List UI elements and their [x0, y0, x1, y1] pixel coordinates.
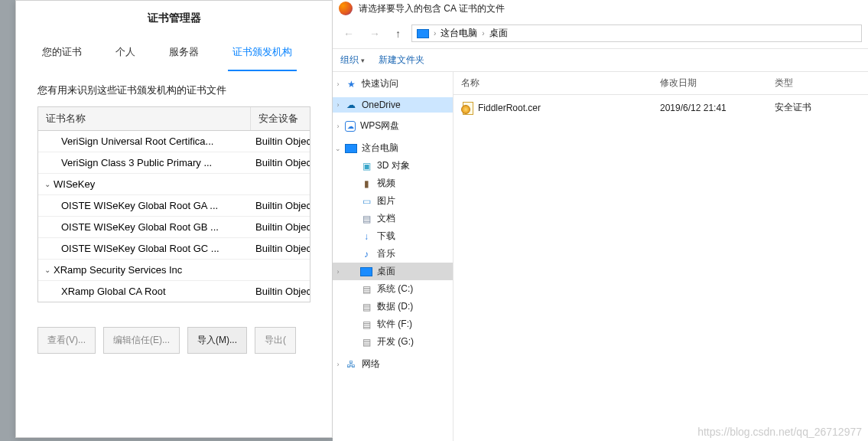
tree-downloads[interactable]: ↓ 下载: [333, 227, 453, 245]
download-icon: ↓: [360, 231, 372, 242]
new-folder-button[interactable]: 新建文件夹: [379, 54, 424, 67]
document-icon: ▤: [360, 214, 372, 224]
edit-trust-button[interactable]: 编辑信任(E)...: [103, 327, 180, 354]
tree-drive-c[interactable]: ▤ 系统 (C:): [333, 280, 453, 298]
col-cert-name[interactable]: 证书名称: [38, 107, 251, 130]
file-type: 安全证书: [767, 95, 868, 120]
cert-description: 您有用来识别这些证书颁发机构的证书文件: [37, 83, 310, 97]
up-button[interactable]: ↑: [391, 26, 405, 41]
file-open-dialog: 请选择要导入的包含 CA 证书的文件 ← → ↑ › 这台电脑 › 桌面 组织 …: [333, 0, 868, 441]
cloud-icon: ☁: [345, 121, 356, 132]
tree-documents[interactable]: ▤ 文档: [333, 210, 453, 227]
cert-row[interactable]: XRamp Global CA Root Builtin Object: [38, 281, 310, 302]
drive-icon: ▤: [360, 284, 372, 295]
film-icon: ▮: [360, 178, 372, 189]
chevron-right-icon: ›: [334, 122, 342, 130]
tree-drive-d[interactable]: ▤ 数据 (D:): [333, 298, 453, 315]
folder-tree[interactable]: › ★ 快速访问 › ☁ OneDrive › ☁ WPS网盘 ⌄ 这台电脑: [333, 72, 454, 441]
file-list[interactable]: 名称 修改日期 类型 FiddlerRoot.cer 2019/6/12 21:…: [454, 72, 868, 441]
file-list-header: 名称 修改日期 类型: [454, 72, 868, 95]
cert-manager-title: 证书管理器: [16, 1, 332, 38]
chevron-right-icon: ›: [434, 29, 436, 38]
organize-menu[interactable]: 组织: [340, 54, 365, 67]
cert-row[interactable]: VeriSign Class 3 Public Primary ... Buil…: [38, 152, 310, 174]
chevron-right-icon: ›: [334, 361, 342, 368]
chevron-right-icon: ›: [482, 29, 484, 38]
tree-videos[interactable]: ▮ 视频: [333, 175, 453, 192]
file-dialog-titlebar: 请选择要导入的包含 CA 证书的文件: [333, 0, 868, 20]
cert-table: 证书名称 安全设备 VeriSign Universal Root Certif…: [37, 106, 310, 302]
cert-button-row: 查看(V)... 编辑信任(E)... 导入(M)... 导出(: [16, 310, 332, 361]
cert-row[interactable]: OISTE WISeKey Global Root GC ... Builtin…: [38, 238, 310, 260]
chevron-right-icon: ›: [334, 268, 342, 276]
file-row[interactable]: FiddlerRoot.cer 2019/6/12 21:41 安全证书: [454, 95, 868, 120]
tree-network[interactable]: › 🖧 网络: [333, 355, 453, 373]
file-name: FiddlerRoot.cer: [478, 103, 541, 113]
cert-group-wisekey[interactable]: ⌄ WISeKey: [38, 174, 310, 195]
col-date[interactable]: 修改日期: [652, 72, 767, 94]
tab-personal[interactable]: 个人: [111, 38, 140, 71]
file-dialog-toolbar: 组织 新建文件夹: [333, 49, 868, 72]
tab-your-certs[interactable]: 您的证书: [37, 38, 86, 71]
tree-this-pc[interactable]: ⌄ 这台电脑: [333, 139, 453, 157]
tab-servers[interactable]: 服务器: [164, 38, 203, 71]
cert-row[interactable]: OISTE WISeKey Global Root GB ... Builtin…: [38, 217, 310, 238]
tree-wps[interactable]: › ☁ WPS网盘: [333, 117, 453, 135]
col-security-device[interactable]: 安全设备: [251, 107, 310, 130]
chevron-down-icon: ⌄: [334, 145, 342, 152]
file-dialog-nav: ← → ↑ › 这台电脑 › 桌面: [333, 20, 868, 49]
tree-drive-g[interactable]: ▤ 开发 (G:): [333, 333, 453, 351]
tree-3d-objects[interactable]: ▣ 3D 对象: [333, 157, 453, 175]
tree-music[interactable]: ♪ 音乐: [333, 245, 453, 263]
cert-group-xramp[interactable]: ⌄ XRamp Security Services Inc: [38, 260, 310, 281]
address-bar[interactable]: › 这台电脑 › 桌面: [411, 24, 862, 42]
file-dialog-title: 请选择要导入的包含 CA 证书的文件: [359, 2, 505, 15]
network-icon: 🖧: [345, 359, 357, 370]
cert-row[interactable]: VeriSign Universal Root Certifica... Bui…: [38, 131, 310, 152]
star-icon: ★: [345, 79, 357, 90]
tree-pictures[interactable]: ▭ 图片: [333, 192, 453, 210]
file-date: 2019/6/12 21:41: [652, 96, 767, 119]
pc-icon: [345, 143, 357, 154]
col-name[interactable]: 名称: [454, 72, 652, 94]
tree-drive-f[interactable]: ▤ 软件 (F:): [333, 315, 453, 333]
image-icon: ▭: [360, 196, 372, 207]
path-pc[interactable]: 这台电脑: [441, 27, 477, 40]
tab-authorities[interactable]: 证书颁发机构: [228, 38, 297, 71]
cube-icon: ▣: [360, 161, 372, 172]
drive-icon: ▤: [360, 319, 372, 330]
chevron-right-icon: ›: [334, 101, 342, 109]
cert-row[interactable]: OISTE WISeKey Global Root GA ... Builtin…: [38, 195, 310, 217]
tree-quick-access[interactable]: › ★ 快速访问: [333, 75, 453, 93]
watermark: https://blog.csdn.net/qq_26712977: [697, 426, 862, 438]
forward-button[interactable]: →: [365, 26, 385, 41]
firefox-icon: [339, 2, 353, 15]
tree-onedrive[interactable]: › ☁ OneDrive: [333, 97, 453, 113]
certificate-file-icon: [461, 102, 473, 114]
tree-desktop[interactable]: › 桌面: [333, 263, 453, 280]
export-button[interactable]: 导出(: [255, 327, 296, 354]
import-button[interactable]: 导入(M)...: [187, 327, 247, 354]
drive-icon: ▤: [360, 302, 372, 312]
cloud-icon: ☁: [345, 100, 357, 110]
desktop-icon: [360, 266, 372, 277]
certificate-manager-dialog: 证书管理器 您的证书 个人 服务器 证书颁发机构 您有用来识别这些证书颁发机构的…: [15, 0, 333, 438]
drive-icon: ▤: [360, 337, 372, 348]
view-button[interactable]: 查看(V)...: [37, 327, 96, 354]
path-location[interactable]: 桌面: [489, 27, 508, 40]
col-type[interactable]: 类型: [767, 72, 868, 94]
back-button[interactable]: ←: [339, 26, 359, 41]
chevron-down-icon: ⌄: [43, 180, 52, 188]
music-icon: ♪: [360, 249, 372, 260]
chevron-down-icon: ⌄: [43, 266, 52, 274]
pc-icon: [417, 29, 429, 38]
chevron-right-icon: ›: [334, 80, 342, 88]
cert-tabs: 您的证书 个人 服务器 证书颁发机构: [16, 38, 332, 71]
